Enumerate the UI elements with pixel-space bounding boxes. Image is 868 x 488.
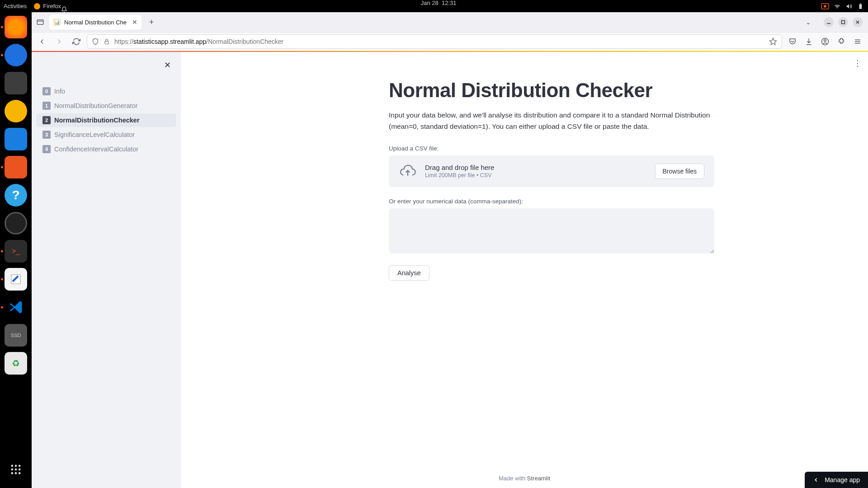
browser-tab[interactable]: 📊 Normal Distribution Che ✕ (49, 14, 142, 30)
sidebar-item-label: Info (54, 88, 65, 95)
file-uploader[interactable]: Drag and drop file here Limit 200MB per … (389, 155, 714, 187)
extensions-icon[interactable] (835, 35, 848, 48)
notification-icon (61, 6, 821, 13)
svg-rect-16 (842, 21, 845, 24)
dock-thunderbird[interactable] (5, 44, 27, 66)
reload-button[interactable] (70, 35, 83, 48)
svg-marker-20 (770, 38, 777, 45)
analyse-button[interactable]: Analyse (389, 265, 429, 281)
svg-point-12 (15, 472, 17, 474)
sidebar-item-info[interactable]: 0Info (36, 84, 176, 98)
data-textarea[interactable] (389, 208, 714, 253)
svg-point-9 (15, 469, 17, 471)
page-description: Input your data below, and we'll analyse… (389, 110, 714, 132)
sidebar-item-label: NormalDistributionChecker (54, 117, 140, 124)
dock-text-editor[interactable] (5, 268, 27, 291)
ubuntu-dock: ? >_ SSD ♻ (0, 12, 32, 488)
svg-rect-19 (105, 41, 108, 44)
firefox-icon (34, 3, 40, 9)
streamlit-app: ✕ 0Info1NormalDistributionGenerator2Norm… (32, 52, 868, 488)
sidebar-item-normaldistributiongenerator[interactable]: 1NormalDistributionGenerator (36, 99, 176, 113)
back-button[interactable] (35, 35, 49, 48)
sidebar-item-significancelevelcalculator[interactable]: 3SignificanceLevelCalculator (36, 128, 176, 141)
dock-apps-grid[interactable] (5, 458, 27, 481)
tab-close-button[interactable]: ✕ (132, 19, 137, 26)
sidebar-item-label: NormalDistributionGenerator (54, 102, 138, 109)
wifi-icon[interactable] (834, 3, 841, 9)
streamlit-link[interactable]: Streamlit (527, 475, 550, 482)
topbar-date: Jan 28 (421, 0, 439, 6)
topbar-clock[interactable]: Jan 28 12:31 (61, 0, 821, 13)
app-menu-button[interactable]: ⋮ (854, 58, 862, 68)
sidebar-item-confidenceintervalcalculator[interactable]: 4ConfidenceIntervalCalculator (36, 142, 176, 156)
dock-firefox[interactable] (5, 16, 27, 38)
svg-point-5 (11, 465, 14, 467)
activities-button[interactable]: Activities (4, 3, 27, 9)
dock-rhythmbox[interactable] (5, 100, 27, 122)
svg-point-10 (19, 469, 21, 471)
dock-obs[interactable] (5, 212, 27, 235)
topbar-time: 12:31 (442, 0, 457, 6)
sidebar-item-number: 3 (42, 131, 51, 139)
svg-point-13 (19, 472, 21, 474)
svg-point-7 (19, 465, 21, 467)
window-minimize-button[interactable] (824, 17, 834, 27)
volume-icon[interactable] (845, 3, 853, 9)
firefox-window: 📊 Normal Distribution Che ✕ + ⌄ https://… (32, 12, 868, 488)
sidebar-close-button[interactable]: ✕ (164, 60, 171, 70)
svg-point-22 (824, 40, 826, 42)
bookmark-star-icon[interactable] (769, 38, 777, 46)
cloud-upload-icon (399, 164, 417, 178)
sidebar-item-number: 0 (42, 87, 51, 95)
browse-files-button[interactable]: Browse files (655, 164, 704, 179)
url-input[interactable]: https://statisticsapp.streamlit.app/Norm… (87, 34, 782, 49)
power-icon[interactable] (857, 3, 864, 9)
svg-point-6 (15, 465, 17, 467)
window-maximize-button[interactable] (838, 17, 848, 27)
sidebar-item-number: 2 (42, 116, 51, 124)
shield-icon (92, 38, 99, 45)
dock-help[interactable]: ? (5, 184, 27, 206)
dock-disk[interactable]: SSD (5, 324, 27, 347)
tab-strip: 📊 Normal Distribution Che ✕ + ⌄ (32, 12, 868, 32)
sidebar-item-normaldistributionchecker[interactable]: 2NormalDistributionChecker (36, 113, 176, 127)
upload-label: Upload a CSV file: (389, 145, 714, 152)
dock-terminal[interactable]: >_ (5, 240, 27, 263)
url-text: https://statisticsapp.streamlit.app/Norm… (114, 38, 283, 45)
chevron-left-icon (813, 477, 819, 483)
tabs-dropdown-icon[interactable]: ⌄ (806, 19, 811, 26)
dock-software[interactable] (5, 156, 27, 178)
sidebar-item-number: 1 (42, 102, 51, 110)
streamlit-main: ⋮ Normal Distribution Checker Input your… (181, 52, 868, 488)
gnome-topbar: Activities Firefox Jan 28 12:31 (0, 0, 868, 12)
lock-icon (104, 38, 110, 45)
dock-libreoffice[interactable] (5, 128, 27, 150)
manage-app-button[interactable]: Manage app (805, 472, 868, 488)
dock-trash[interactable]: ♻ (5, 352, 27, 375)
page-title: Normal Distribution Checker (389, 79, 714, 102)
firefox-view-button[interactable] (34, 16, 46, 28)
window-close-button[interactable] (853, 17, 863, 27)
footer-prefix: Made with (499, 475, 527, 482)
dock-vscode[interactable] (5, 296, 27, 319)
svg-rect-3 (860, 3, 861, 4)
dock-files[interactable] (5, 72, 27, 94)
new-tab-button[interactable]: + (145, 15, 158, 29)
account-icon[interactable] (818, 35, 832, 48)
topbar-app-indicator[interactable]: Firefox (34, 3, 61, 9)
svg-rect-2 (859, 4, 862, 9)
pocket-icon[interactable] (786, 35, 799, 48)
uploader-limit: Limit 200MB per file • CSV (425, 172, 647, 178)
forward-button[interactable] (52, 35, 66, 48)
manage-app-label: Manage app (825, 476, 860, 483)
svg-point-1 (824, 5, 826, 8)
downloads-icon[interactable] (802, 35, 816, 48)
svg-point-11 (11, 472, 14, 474)
tab-favicon-icon: 📊 (53, 19, 61, 26)
textarea-label: Or enter your numerical data (comma-sepa… (389, 198, 714, 205)
menu-button[interactable] (851, 35, 864, 48)
screen-record-icon[interactable] (821, 3, 829, 9)
streamlit-footer: Made with Streamlit (499, 475, 550, 482)
sidebar-item-label: ConfidenceIntervalCalculator (54, 145, 138, 153)
streamlit-sidebar: ✕ 0Info1NormalDistributionGenerator2Norm… (32, 52, 181, 488)
